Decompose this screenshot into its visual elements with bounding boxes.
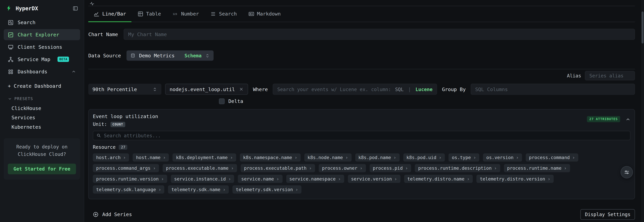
alias-input[interactable] bbox=[585, 71, 635, 80]
sidebar-item-client-sessions[interactable]: Client Sessions bbox=[4, 41, 80, 53]
delta-row: Delta bbox=[219, 98, 635, 104]
attribute-chip-process-runtime-description[interactable]: process.runtime.description› bbox=[415, 164, 500, 172]
chart-box-icon bbox=[8, 32, 14, 37]
attribute-label: process.executable.name bbox=[166, 166, 228, 171]
tab-markdown[interactable]: Markdown bbox=[248, 11, 281, 22]
attribute-chip-os-version[interactable]: os.version› bbox=[483, 153, 522, 162]
attribute-chip-service-instance-id[interactable]: service.instance.id› bbox=[171, 175, 234, 183]
create-dashboard-link[interactable]: + Create Dashboard bbox=[0, 78, 84, 91]
alias-label: Alias bbox=[567, 73, 581, 79]
attribute-chip-process-runtime-version[interactable]: process.runtime.version› bbox=[93, 175, 167, 183]
attribute-chip-process-runtime-name[interactable]: process.runtime.name› bbox=[504, 164, 570, 172]
where-label: Where bbox=[252, 86, 269, 92]
chart-name-input[interactable] bbox=[124, 29, 635, 40]
attribute-chip-host-arch[interactable]: host.arch› bbox=[93, 153, 129, 162]
attribute-chip-process-command-args[interactable]: process.command_args› bbox=[93, 164, 159, 172]
attribute-label: os.version bbox=[486, 155, 514, 160]
attribute-chip-k8s-node-name[interactable]: k8s.node.name› bbox=[304, 153, 352, 162]
presets-header[interactable]: PRESETS bbox=[0, 91, 84, 103]
add-series-button[interactable]: Add Series bbox=[93, 212, 132, 217]
chevron-right-icon: › bbox=[296, 187, 298, 192]
attribute-chip-telemetry-sdk-name[interactable]: telemetry.sdk.name› bbox=[168, 185, 229, 194]
beta-badge: BETA bbox=[58, 56, 69, 62]
collapse-panel-icon[interactable] bbox=[626, 117, 630, 122]
sidebar-item-label: Service Map bbox=[18, 56, 50, 62]
chevron-right-icon: › bbox=[467, 176, 470, 182]
chevron-right-icon: › bbox=[123, 155, 126, 160]
attribute-chip-service-version[interactable]: service.version› bbox=[348, 175, 400, 183]
number-icon: 123 bbox=[172, 11, 178, 17]
attribute-chip-process-executable-path[interactable]: process.executable.path› bbox=[241, 164, 315, 172]
attribute-label: os.type bbox=[452, 155, 471, 160]
attribute-chip-telemetry-sdk-version[interactable]: telemetry.sdk.version› bbox=[232, 185, 302, 194]
attribute-chip-service-name[interactable]: service.name› bbox=[238, 175, 282, 183]
group-by-input[interactable] bbox=[471, 84, 635, 95]
attribute-chip-process-executable-name[interactable]: process.executable.name› bbox=[163, 164, 237, 172]
tab-table[interactable]: Table bbox=[138, 11, 161, 22]
data-source-select[interactable]: Demo Metrics Schema bbox=[127, 50, 214, 61]
lucene-option[interactable]: Lucene bbox=[416, 86, 432, 92]
alias-row: Alias bbox=[88, 71, 635, 80]
attribute-chip-k8s-namespace-name[interactable]: k8s.namespace.name› bbox=[240, 153, 300, 162]
close-icon[interactable] bbox=[239, 87, 244, 91]
attribute-label: process.pid bbox=[373, 166, 403, 171]
svg-text:123: 123 bbox=[173, 13, 177, 15]
chevron-right-icon: › bbox=[276, 176, 279, 182]
sidebar-collapse-icon[interactable] bbox=[73, 5, 78, 11]
display-settings-button[interactable]: Display Settings bbox=[580, 209, 635, 220]
sidebar-item-label: Dashboards bbox=[18, 69, 48, 74]
scrollbar-thumb[interactable] bbox=[642, 11, 644, 43]
preset-clickhouse[interactable]: ClickHouse bbox=[0, 103, 84, 113]
preset-services[interactable]: Services bbox=[0, 113, 84, 122]
chevron-right-icon: › bbox=[294, 155, 297, 160]
sidebar-item-chart-explorer[interactable]: Chart Explorer bbox=[4, 29, 80, 40]
preset-kubernetes[interactable]: Kubernetes bbox=[0, 122, 84, 132]
schema-link[interactable]: Schema bbox=[184, 53, 202, 58]
get-started-button[interactable]: Get Started for Free bbox=[8, 164, 76, 174]
chevron-right-icon: › bbox=[223, 187, 226, 192]
attribute-chip-telemetry-distro-version[interactable]: telemetry.distro.version› bbox=[476, 175, 554, 183]
sql-option[interactable]: SQL bbox=[395, 86, 404, 92]
attribute-label: process.runtime.version bbox=[96, 176, 159, 182]
attribute-label: k8s.deployment.name bbox=[176, 155, 228, 160]
section-divider bbox=[88, 69, 635, 69]
where-input[interactable]: Search your events w/ Lucene ex. column:… bbox=[273, 84, 437, 95]
delta-checkbox[interactable] bbox=[219, 98, 225, 104]
attribute-chip-service-namespace[interactable]: service.namespace› bbox=[286, 175, 344, 183]
metric-name: nodejs.event_loop.util bbox=[170, 86, 235, 92]
attribute-chip-telemetry-distro-name[interactable]: telemetry.distro.name› bbox=[404, 175, 473, 183]
attribute-chip-process-pid[interactable]: process.pid› bbox=[370, 164, 411, 172]
sidebar-item-dashboards[interactable]: Dashboards bbox=[4, 66, 80, 77]
sidebar-item-service-map[interactable]: Service MapBETA bbox=[4, 54, 80, 65]
attribute-label: service.namespace bbox=[290, 176, 336, 182]
presets-label: PRESETS bbox=[14, 96, 33, 101]
cloud-promo-text: Ready to deploy on ClickHouse Cloud? bbox=[8, 144, 76, 158]
unit-label: Unit: bbox=[93, 121, 107, 127]
sidebar-item-search[interactable]: Search bbox=[4, 17, 80, 28]
chevron-right-icon: › bbox=[439, 155, 442, 160]
scrollbar[interactable] bbox=[641, 0, 644, 222]
top-divider bbox=[88, 0, 635, 6]
attribute-chip-telemetry-sdk-language[interactable]: telemetry.sdk.language› bbox=[93, 185, 164, 194]
chevron-right-icon: › bbox=[405, 166, 408, 171]
app-root: HyperDX SearchChart ExplorerClient Sessi… bbox=[0, 0, 644, 222]
chevron-right-icon: › bbox=[572, 155, 575, 160]
attribute-chip-k8s-pod-uid[interactable]: k8s.pod.uid› bbox=[403, 153, 445, 162]
attribute-search-box[interactable] bbox=[93, 131, 630, 140]
attribute-chip-k8s-deployment-name[interactable]: k8s.deployment.name› bbox=[173, 153, 236, 162]
tab-label: Markdown bbox=[257, 11, 281, 17]
query-language-toggle[interactable]: SQL | Lucene bbox=[395, 86, 433, 92]
tab-search[interactable]: Search bbox=[210, 11, 237, 22]
attribute-chip-k8s-pod-name[interactable]: k8s.pod.name› bbox=[355, 153, 400, 162]
attribute-chip-process-command[interactable]: process.command› bbox=[526, 153, 578, 162]
filter-toggle-button[interactable] bbox=[620, 166, 633, 179]
attribute-chip-os-type[interactable]: os.type› bbox=[448, 153, 479, 162]
aggregation-select[interactable]: 90th Percentile bbox=[88, 84, 162, 95]
tab-number[interactable]: 123Number bbox=[172, 11, 199, 22]
tab-line-bar[interactable]: Line/Bar bbox=[94, 11, 126, 22]
metric-chip[interactable]: nodejs.event_loop.util bbox=[165, 84, 248, 95]
attribute-chip-process-owner[interactable]: process.owner› bbox=[318, 164, 366, 172]
attribute-search-input[interactable] bbox=[104, 133, 627, 138]
attribute-chip-host-name[interactable]: host.name› bbox=[133, 153, 169, 162]
chevron-right-icon: › bbox=[516, 155, 519, 160]
